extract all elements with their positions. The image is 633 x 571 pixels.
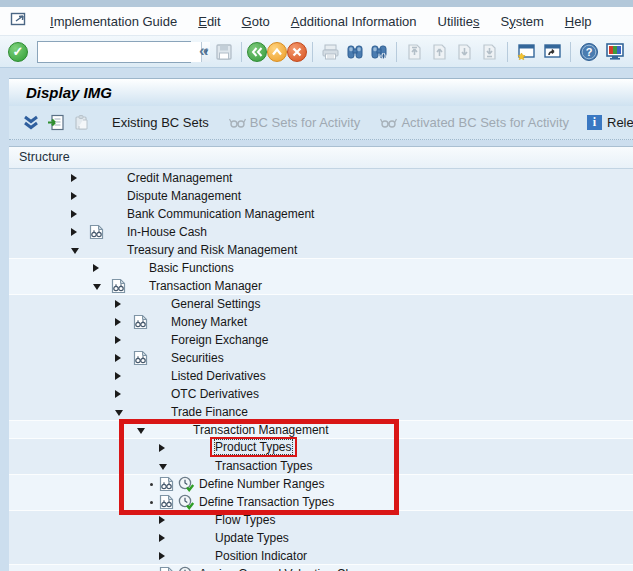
info-icon: i xyxy=(587,115,602,130)
tree-item-label[interactable]: Flow Types xyxy=(215,511,275,529)
menu-item-utilities[interactable]: Utilities xyxy=(438,14,480,29)
tree-item-label[interactable]: Product Types xyxy=(215,440,292,454)
tree-row: Define Transaction Types xyxy=(9,493,633,511)
tree-row: General Settings xyxy=(9,295,633,313)
img-activity-icon[interactable] xyxy=(178,566,195,571)
tree-row: Trade Finance xyxy=(9,403,633,421)
annotation-red-box-small: Product Types xyxy=(210,437,297,457)
activated-bc-sets-for-activity-button[interactable]: Activated BC Sets for Activity xyxy=(380,115,569,130)
previous-page-icon[interactable] xyxy=(430,43,449,61)
tree-row: Credit Management xyxy=(9,169,633,187)
tree-rows: Credit ManagementDispute ManagementBank … xyxy=(9,169,633,571)
back-icon[interactable] xyxy=(247,42,267,62)
find-icon[interactable] xyxy=(346,43,364,61)
tree-item-label[interactable]: Securities xyxy=(171,349,224,367)
tree-row: Define Number Ranges xyxy=(9,475,633,493)
cancel-icon[interactable] xyxy=(287,42,307,62)
tree-item-label[interactable]: Trade Finance xyxy=(171,403,248,421)
menu-item-help[interactable]: Help xyxy=(565,14,592,29)
bullet-icon xyxy=(150,501,153,504)
tree-row: Position Indicator xyxy=(9,547,633,565)
expander-collapsed-icon[interactable] xyxy=(71,192,77,200)
expand-all-icon[interactable] xyxy=(23,115,39,130)
tree-row: Update Types xyxy=(9,529,633,547)
screen-menu-icon[interactable] xyxy=(10,11,29,32)
tree-row: Flow Types xyxy=(9,511,633,529)
expander-collapsed-icon[interactable] xyxy=(115,318,121,326)
find-next-icon[interactable] xyxy=(370,43,388,61)
expander-collapsed-icon[interactable] xyxy=(71,228,77,236)
glasses-icon xyxy=(380,117,397,128)
screen-title-bar: Display IMG xyxy=(9,78,633,106)
tree-item-label[interactable]: Listed Derivatives xyxy=(171,367,266,385)
save-icon[interactable] xyxy=(215,43,233,61)
expander-expanded-icon[interactable] xyxy=(159,464,167,470)
tree-item-label[interactable]: OTC Derivatives xyxy=(171,385,259,403)
tree-item-label[interactable]: Money Market xyxy=(171,313,247,331)
tree-item-label[interactable]: Foreign Exchange xyxy=(171,331,268,349)
sap-gui-window: Implementation GuideEditGotoAdditional I… xyxy=(0,0,633,571)
command-field[interactable] xyxy=(38,42,201,62)
tree-item-label[interactable]: Dispute Management xyxy=(127,187,241,205)
menu-item-goto[interactable]: Goto xyxy=(242,14,270,29)
menu-item-implementation-guide[interactable]: Implementation Guide xyxy=(50,14,177,29)
expander-collapsed-icon[interactable] xyxy=(71,174,77,182)
tree-item-label[interactable]: In-House Cash xyxy=(127,223,207,241)
tree-item-label[interactable]: Transaction Types xyxy=(215,457,312,475)
expander-collapsed-icon[interactable] xyxy=(159,534,165,542)
menu-item-edit[interactable]: Edit xyxy=(198,14,220,29)
activated-bc-sets-label: Activated BC Sets for Activity xyxy=(401,115,569,130)
tree-item-label[interactable]: General Settings xyxy=(171,295,260,313)
expander-collapsed-icon[interactable] xyxy=(115,354,121,362)
tree-item-label[interactable]: Credit Management xyxy=(127,169,232,187)
create-shortcut-icon[interactable] xyxy=(542,43,562,61)
img-structure-tree: Structure Credit ManagementDispute Manag… xyxy=(9,146,633,571)
command-field-wrap: ▼ xyxy=(37,41,191,63)
bullet-icon xyxy=(150,483,153,486)
customize-layout-icon[interactable] xyxy=(605,42,625,61)
application-toolbar: Existing BC Sets BC Sets for Activity Ac… xyxy=(9,106,633,140)
expander-collapsed-icon[interactable] xyxy=(159,516,165,524)
enter-icon[interactable]: ✓ xyxy=(8,42,28,62)
expander-collapsed-icon[interactable] xyxy=(71,210,77,218)
last-page-icon[interactable] xyxy=(480,43,499,61)
expander-collapsed-icon[interactable] xyxy=(159,552,165,560)
existing-bc-sets-button[interactable]: Existing BC Sets xyxy=(112,115,209,130)
expander-collapsed-icon[interactable] xyxy=(115,336,121,344)
next-page-icon[interactable] xyxy=(455,43,474,61)
release-notes-button[interactable]: i Release Notes xyxy=(587,115,633,130)
tree-item-label[interactable]: Define Number Ranges xyxy=(199,475,324,493)
menu-item-additional-information[interactable]: Additional Information xyxy=(291,14,417,29)
expander-collapsed-icon[interactable] xyxy=(115,300,121,308)
first-page-icon[interactable] xyxy=(405,43,424,61)
expander-expanded-icon[interactable] xyxy=(115,410,123,416)
tree-row: Money Market xyxy=(9,313,633,331)
collapse-icon[interactable]: « xyxy=(199,41,208,61)
expander-collapsed-icon[interactable] xyxy=(159,444,165,452)
help-icon[interactable]: ? xyxy=(579,42,599,62)
menu-item-system[interactable]: System xyxy=(500,14,543,29)
tree-item-label[interactable]: Position Indicator xyxy=(215,547,307,565)
new-session-icon[interactable] xyxy=(516,43,536,61)
bc-sets-for-activity-button[interactable]: BC Sets for Activity xyxy=(229,115,361,130)
expander-expanded-icon[interactable] xyxy=(137,428,145,434)
tree-item-label[interactable]: Update Types xyxy=(215,529,289,547)
tree-item-label[interactable]: Bank Communication Management xyxy=(127,205,314,223)
expander-collapsed-icon[interactable] xyxy=(115,372,121,380)
display-bc-set-icon[interactable] xyxy=(47,114,65,131)
copy-icon[interactable] xyxy=(73,114,90,131)
tree-item-label[interactable]: Define Transaction Types xyxy=(199,493,334,511)
expander-expanded-icon[interactable] xyxy=(71,248,79,254)
tree-item-label[interactable]: Treasury and Risk Management xyxy=(127,241,297,259)
expander-collapsed-icon[interactable] xyxy=(93,264,99,272)
tree-row: Transaction Types xyxy=(9,457,633,475)
img-documentation-icon[interactable] xyxy=(159,566,174,571)
tree-item-label[interactable]: Basic Functions xyxy=(149,259,234,277)
exit-icon[interactable] xyxy=(267,42,287,62)
expander-collapsed-icon[interactable] xyxy=(115,390,121,398)
tree-row: Treasury and Risk Management xyxy=(9,241,633,259)
print-icon[interactable] xyxy=(321,43,340,61)
tree-item-label[interactable]: Transaction Manager xyxy=(149,277,262,295)
tree-item-label[interactable]: Assign General Valuation Class xyxy=(199,565,367,571)
expander-expanded-icon[interactable] xyxy=(93,284,101,290)
